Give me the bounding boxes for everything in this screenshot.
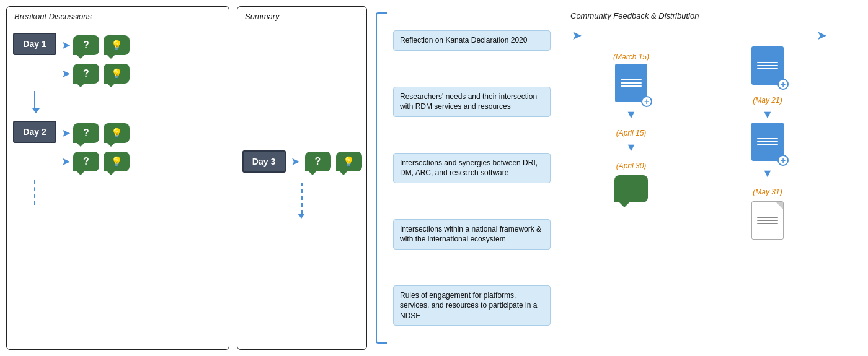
- community-top-arrow: ➤: [572, 28, 582, 43]
- fork-arrow-4: ➤: [61, 155, 71, 168]
- doc-icon-may31: [751, 201, 784, 240]
- day1-box: Day 1: [13, 33, 56, 55]
- doc-line-r4: [757, 138, 778, 139]
- community-left-col: ➤ (March 15) + ▼ (April 15): [569, 28, 693, 202]
- doc-line-w3: [757, 223, 778, 224]
- day1-fork-2: ➤ ? 💡: [61, 64, 130, 84]
- doc-line-r2: [757, 65, 778, 66]
- dashed-line-1: [34, 180, 35, 205]
- day3-idea-bubble: 💡: [336, 152, 362, 171]
- day3-dashed-line: [301, 183, 303, 214]
- idea-bubble-4: 💡: [104, 152, 130, 171]
- arrow-down-march-april: ▼: [626, 108, 637, 121]
- doc-line-w2: [757, 220, 778, 221]
- doc-line-r6: [757, 144, 778, 145]
- fork-arrow-2: ➤: [61, 67, 71, 80]
- day3-question-bubble: ?: [305, 152, 331, 171]
- day3-arrow-down: [298, 214, 305, 219]
- plus-badge-march15: +: [641, 96, 652, 107]
- arrow-down-may21-doc2: ▼: [762, 108, 773, 121]
- day1-fork-1: ➤ ? 💡: [61, 35, 130, 55]
- community-right-col: ➤ + (May 21) ▼: [706, 28, 830, 240]
- doc-may31: [751, 201, 784, 240]
- day3-row: Day 3 ➤ ? 💡: [242, 150, 362, 173]
- section-community: Community Feedback & Distribution ➤ (Mar…: [563, 6, 836, 350]
- topic-box-4: Intersections within a national framewor…: [393, 219, 551, 249]
- idea-bubble-2: 💡: [104, 64, 130, 84]
- below-day2-connector: [13, 180, 223, 205]
- april30-label: (April 30): [616, 162, 647, 170]
- vert-line-1: [34, 91, 35, 108]
- day2-forks: ➤ ? 💡 ➤ ? 💡: [61, 121, 130, 171]
- april15-label: (April 15): [616, 129, 647, 137]
- community-label: Community Feedback & Distribution: [570, 11, 699, 20]
- summary-label: Summary: [245, 12, 280, 21]
- chat-green-container: [614, 175, 648, 202]
- doc-line-1: [621, 79, 642, 80]
- doc-may21: +: [751, 46, 784, 85]
- doc-line-r1: [757, 62, 778, 63]
- doc-line-r5: [757, 141, 778, 142]
- between-days-connector: [13, 91, 223, 113]
- topic-box-3: Intersections and synergies between DRI,…: [393, 153, 551, 183]
- chat-green-icon: [614, 175, 648, 202]
- may21-label: (May 21): [753, 96, 782, 105]
- section-topics: Reflection on Kanata Declaration 2020 Re…: [376, 6, 556, 350]
- plus-badge-second-right: +: [777, 155, 789, 166]
- day2-bubbles-1: ? 💡: [73, 123, 130, 143]
- section-summary: Summary Day 3 ➤ ? 💡: [237, 6, 367, 350]
- topic-box-1: Reflection on Kanata Declaration 2020: [393, 30, 551, 50]
- plus-badge-may21: +: [777, 79, 789, 90]
- day1-bubbles-1: ? 💡: [73, 35, 130, 55]
- question-bubble-3: ?: [73, 123, 99, 143]
- day1-forks: ➤ ? 💡 ➤ ? 💡: [61, 33, 130, 84]
- doc-icon-march15: +: [615, 64, 647, 102]
- summary-content: Day 3 ➤ ? 💡: [244, 25, 360, 343]
- question-bubble-2: ?: [73, 64, 99, 84]
- doc-line-2: [621, 82, 642, 84]
- may31-label: (May 31): [753, 188, 782, 196]
- day3-bubbles: ? 💡: [305, 152, 362, 171]
- day1-group: Day 1 ➤ ? 💡 ➤ ?: [13, 33, 223, 84]
- topic-box-2: Researchers' needs and their intersectio…: [393, 87, 551, 116]
- day3-arrow: ➤: [291, 155, 300, 168]
- breakout-label: Breakout Discussions: [14, 12, 92, 21]
- main-container: Breakout Discussions Day 1 ➤ ? 💡: [0, 0, 868, 356]
- topic-box-5: Rules of engagement for platforms, servi…: [393, 285, 551, 326]
- question-bubble-1: ?: [73, 35, 99, 55]
- fork-arrow-3: ➤: [61, 126, 71, 140]
- day1-bubbles-2: ? 💡: [73, 64, 130, 84]
- day3-box: Day 3: [242, 150, 286, 173]
- breakout-content: Day 1 ➤ ? 💡 ➤ ?: [13, 25, 223, 343]
- topics-brace: [376, 12, 387, 344]
- day2-fork-2: ➤ ? 💡: [61, 152, 130, 171]
- community-top-right-arrow: ➤: [817, 28, 827, 43]
- doc-icon-second-right: +: [751, 123, 784, 161]
- day2-bubbles-2: ? 💡: [73, 152, 130, 171]
- idea-bubble-1: 💡: [104, 35, 130, 55]
- section-breakout: Breakout Discussions Day 1 ➤ ? 💡: [6, 6, 229, 350]
- doc-line-3: [621, 85, 642, 87]
- arrow-down-april15-april30: ▼: [626, 141, 637, 154]
- day3-down-connector: [299, 183, 305, 219]
- day2-box: Day 2: [13, 121, 56, 143]
- day2-fork-1: ➤ ? 💡: [61, 123, 130, 143]
- fork-arrow-1: ➤: [61, 38, 71, 52]
- arrow-down-doc2-may31: ▼: [762, 167, 773, 180]
- arrow-down-1: [32, 108, 40, 113]
- doc-line-r3: [757, 68, 778, 69]
- idea-bubble-3: 💡: [104, 123, 130, 143]
- doc-line-w1: [757, 217, 778, 218]
- community-content: ➤ (March 15) + ▼ (April 15): [569, 25, 830, 344]
- doc-second-right: +: [751, 123, 784, 161]
- day2-group: Day 2 ➤ ? 💡 ➤ ?: [13, 121, 223, 171]
- march15-label: (March 15): [613, 53, 649, 61]
- question-bubble-4: ?: [73, 152, 99, 171]
- doc-march15: +: [615, 64, 647, 102]
- doc-icon-may21: +: [751, 46, 784, 85]
